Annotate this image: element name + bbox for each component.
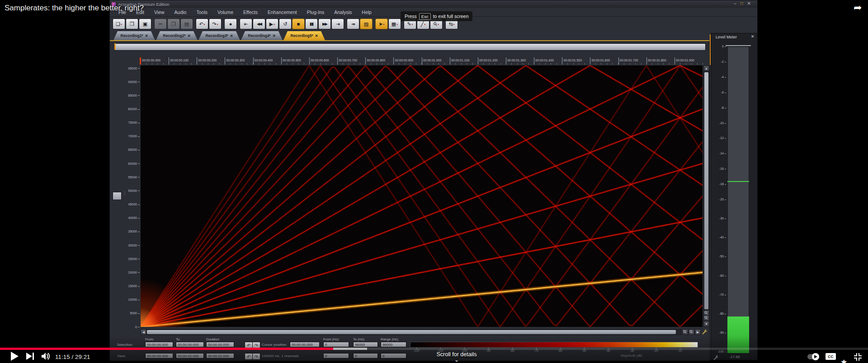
video-progress-bar[interactable] (0, 348, 868, 350)
minimize-icon[interactable]: – (734, 1, 736, 6)
tab-label: Recording4* (248, 33, 271, 38)
maximize-icon[interactable]: □ (741, 1, 743, 6)
tab-recording4[interactable]: Recording4*✕ (241, 31, 283, 40)
close-icon[interactable]: ✕ (751, 34, 755, 39)
tab-close-icon[interactable]: ✕ (230, 34, 233, 38)
view-from-hz-field[interactable]: 0 (323, 353, 349, 358)
scroll-up-icon[interactable]: ▲ (703, 65, 709, 71)
loop-playback-button[interactable]: ↺ (279, 19, 292, 29)
fast-forward-button[interactable]: ▶▶ (318, 19, 331, 29)
selection-range-hz-field[interactable]: 96000 (381, 342, 406, 347)
freq-tick (138, 327, 140, 327)
scroll-down-icon[interactable]: ▼ (703, 321, 709, 327)
dropdown-arrow-icon[interactable]: ▾ (217, 23, 218, 26)
view-range-hz-field[interactable]: 0 (381, 353, 406, 358)
menu-analysis[interactable]: Analysis (329, 9, 357, 15)
share-icon[interactable]: ➦ (854, 2, 862, 14)
append-recording-button[interactable]: ↠ (347, 19, 359, 29)
v-scroll-thumb[interactable] (704, 72, 708, 309)
spectral-plot[interactable] (141, 65, 703, 327)
menu-enhancement[interactable]: Enhancement (263, 9, 302, 15)
playback-cursor-marker[interactable] (140, 57, 141, 65)
autoplay-toggle[interactable] (807, 354, 819, 359)
save-file-button[interactable]: ▣ (139, 19, 151, 29)
dropdown-arrow-icon[interactable]: ▾ (424, 23, 425, 26)
selection-from-field[interactable]: 00:00:00.000 (145, 342, 173, 347)
play-button[interactable] (11, 352, 19, 361)
freq-tick (138, 286, 140, 287)
stop-button[interactable]: ■ (292, 19, 305, 29)
plot-settings-wrench-icon[interactable] (702, 329, 708, 337)
subtitles-button[interactable]: CC (826, 353, 836, 360)
panel-resize-edge[interactable] (710, 34, 711, 65)
dropdown-arrow-icon[interactable]: ▾ (274, 23, 275, 26)
tab-recording5[interactable]: Recording5*✕ (283, 31, 325, 40)
dropdown-arrow-icon[interactable]: ▾ (453, 23, 455, 26)
tab-close-icon[interactable]: ✕ (145, 34, 148, 38)
h-zoom-in-button[interactable]: ⚲ (682, 329, 688, 335)
v-zoom-out-button[interactable]: ⚲ (703, 315, 709, 321)
volume-button[interactable] (41, 352, 51, 363)
menu-tools[interactable]: Tools (191, 9, 212, 15)
scroll-left-icon[interactable]: ◀ (141, 329, 146, 335)
h-scroll-thumb[interactable] (147, 330, 676, 334)
undo-button[interactable]: ↶▾ (196, 19, 208, 29)
tab-close-icon[interactable]: ✕ (273, 34, 276, 38)
close-icon[interactable]: ✕ (747, 1, 751, 6)
freq-tick-label: 65000 (120, 148, 137, 151)
play-button[interactable]: ▶▾ (266, 19, 278, 29)
h-zoom-out-button[interactable]: ⚲ (689, 329, 694, 335)
tab-recording3[interactable]: Recording3*✕ (198, 31, 240, 40)
dropdown-arrow-icon[interactable]: ▾ (412, 23, 413, 26)
copy-button[interactable]: ❐ (167, 19, 180, 29)
menu-volume[interactable]: Volume (212, 9, 238, 15)
time-ruler[interactable]: 00:00:00.00000:00:00.10000:00:00.20000:0… (141, 57, 703, 65)
h-scroll-right-icon[interactable]: ▶ (695, 329, 701, 335)
selection-duration-field[interactable]: 00:00:00.000 (206, 342, 234, 347)
dropdown-arrow-icon[interactable]: ▾ (396, 23, 398, 26)
view-undo-icon[interactable]: ↶ (245, 353, 253, 360)
menu-help[interactable]: Help (357, 9, 377, 15)
chevron-down-icon[interactable]: ⌄ (420, 357, 493, 363)
selection-to-hz-field[interactable]: 96000 (353, 342, 378, 347)
menu-view[interactable]: View (149, 9, 170, 15)
cursor-position-field[interactable]: 00:00:00.000 (290, 342, 320, 347)
record-button[interactable]: ● (224, 19, 237, 29)
menu-effects[interactable]: Effects (238, 9, 263, 15)
go-to-end-button[interactable]: ⇥ (331, 19, 344, 29)
rewind-button[interactable]: ◀◀ (253, 19, 265, 29)
tab-close-icon[interactable]: ✕ (188, 34, 191, 38)
cut-button[interactable]: ✂ (154, 19, 167, 29)
next-video-button[interactable] (26, 353, 34, 360)
next-icon (26, 353, 32, 360)
menu-plugins[interactable]: Plug-Ins (302, 9, 330, 15)
overview-cursor[interactable] (114, 43, 116, 50)
overview-scrollbar[interactable] (114, 43, 706, 51)
dropdown-arrow-icon[interactable]: ▾ (204, 23, 205, 26)
dropdown-arrow-icon[interactable]: ▾ (383, 23, 385, 26)
go-to-start-button[interactable]: ⇤ (240, 19, 252, 29)
view-from-field[interactable]: 00:00:00.000 (145, 353, 173, 358)
exit-fullscreen-button[interactable] (854, 353, 862, 363)
view-to-hz-field[interactable]: 0 (353, 353, 378, 358)
new-file-button[interactable]: ❏▾ (113, 19, 125, 29)
pause-button[interactable]: ▮▮ (305, 19, 318, 29)
meter-settings-wrench-icon[interactable] (713, 354, 719, 363)
selection-tool-button[interactable]: ➤▾ (375, 19, 388, 29)
tab-recording2[interactable]: Recording2*✕ (156, 31, 198, 40)
view-to-field[interactable]: 00:00:02.000 (176, 353, 204, 358)
open-file-button[interactable]: ❒ (126, 19, 138, 29)
tab-recording1[interactable]: Recording1*✕ (113, 31, 155, 40)
selection-from-hz-field[interactable]: 0 (323, 342, 349, 347)
dropdown-arrow-icon[interactable]: ▾ (121, 23, 122, 26)
spectral-view-button[interactable]: ▨ (360, 19, 373, 29)
tab-close-icon[interactable]: ✕ (315, 34, 318, 38)
redo-button[interactable]: ↷▾ (209, 19, 222, 29)
menu-audio[interactable]: Audio (170, 9, 192, 15)
view-redo-icon[interactable]: ↷ (252, 353, 260, 360)
envelope-tool-button[interactable]: ▦▾ (388, 19, 401, 29)
splitter-handle[interactable] (113, 192, 122, 200)
paste-button[interactable]: ▤ (180, 19, 193, 29)
selection-to-field[interactable]: 00:00:00.000 (176, 342, 204, 347)
view-duration-field[interactable]: 00:00:02.000 (206, 353, 234, 358)
